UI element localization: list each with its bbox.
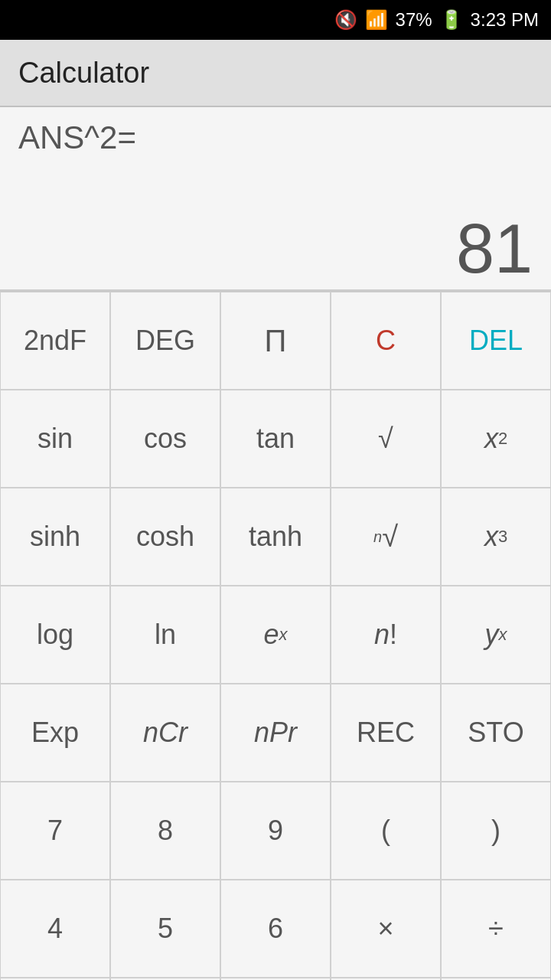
button-rec[interactable]: REC bbox=[331, 684, 441, 782]
button-clear[interactable]: C bbox=[331, 292, 441, 390]
button-5[interactable]: 5 bbox=[110, 880, 220, 978]
button-mul[interactable]: × bbox=[331, 880, 441, 978]
button-sto[interactable]: STO bbox=[441, 684, 551, 782]
button-nthrt[interactable]: n√ bbox=[331, 488, 441, 586]
button-6[interactable]: 6 bbox=[220, 880, 331, 978]
title-bar: Calculator bbox=[0, 40, 551, 107]
button-2ndf[interactable]: 2ndF bbox=[0, 292, 110, 390]
status-bar: 🔇 📶 37% 🔋 3:23 PM bbox=[0, 0, 551, 40]
result-display: 81 bbox=[18, 214, 533, 283]
battery-percent: 37% bbox=[396, 9, 432, 31]
button-tanh[interactable]: tanh bbox=[220, 488, 331, 586]
display-area: ANS^2= 81 bbox=[0, 107, 551, 291]
button-ncr[interactable]: nCr bbox=[110, 684, 220, 782]
button-tan[interactable]: tan bbox=[220, 390, 331, 488]
button-rparen[interactable]: ) bbox=[441, 782, 551, 880]
button-cos[interactable]: cos bbox=[110, 390, 220, 488]
button-cosh[interactable]: cosh bbox=[110, 488, 220, 586]
button-sin[interactable]: sin bbox=[0, 390, 110, 488]
status-icons: 🔇 bbox=[334, 9, 357, 31]
button-ln[interactable]: ln bbox=[110, 586, 220, 684]
button-lparen[interactable]: ( bbox=[331, 782, 441, 880]
button-ex[interactable]: ex bbox=[220, 586, 331, 684]
button-sqrt[interactable]: √ bbox=[331, 390, 441, 488]
button-npr[interactable]: nPr bbox=[220, 684, 331, 782]
button-yx[interactable]: yx bbox=[441, 586, 551, 684]
expression-display: ANS^2= bbox=[18, 119, 533, 156]
button-exp[interactable]: Exp bbox=[0, 684, 110, 782]
button-del[interactable]: DEL bbox=[441, 292, 551, 390]
button-grid: 2ndFDEGΠCDELsincostan√x2sinhcoshtanhn√x3… bbox=[0, 291, 551, 980]
clock: 3:23 PM bbox=[471, 9, 539, 31]
button-x2[interactable]: x2 bbox=[441, 390, 551, 488]
battery-icon: 🔋 bbox=[440, 9, 463, 31]
signal-icon: 📶 bbox=[365, 9, 388, 31]
button-log[interactable]: log bbox=[0, 586, 110, 684]
button-div[interactable]: ÷ bbox=[441, 880, 551, 978]
button-9[interactable]: 9 bbox=[220, 782, 331, 880]
button-8[interactable]: 8 bbox=[110, 782, 220, 880]
button-sinh[interactable]: sinh bbox=[0, 488, 110, 586]
button-7[interactable]: 7 bbox=[0, 782, 110, 880]
button-x3[interactable]: x3 bbox=[441, 488, 551, 586]
button-fact[interactable]: n! bbox=[331, 586, 441, 684]
button-4[interactable]: 4 bbox=[0, 880, 110, 978]
button-pi[interactable]: Π bbox=[220, 292, 331, 390]
app-title: Calculator bbox=[18, 57, 149, 90]
button-deg[interactable]: DEG bbox=[110, 292, 220, 390]
